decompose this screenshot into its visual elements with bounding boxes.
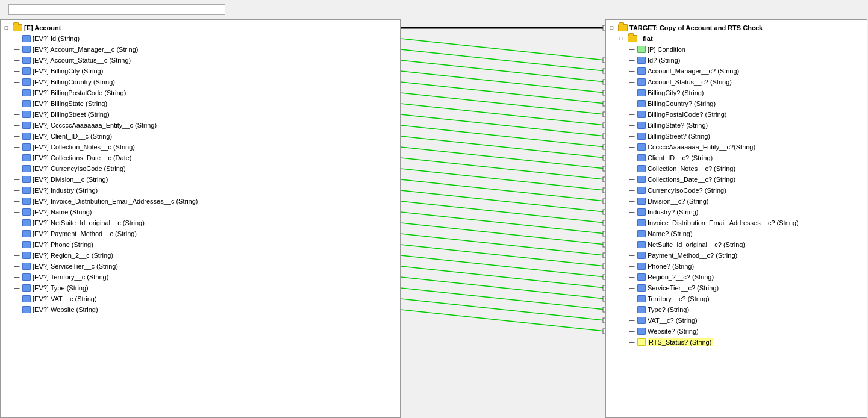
field-icon — [22, 263, 31, 270]
left-field-1[interactable]: — [EV?] Account_Manager__c (String) — [1, 44, 400, 55]
right-field-label: BillingState? (String) — [648, 122, 708, 129]
right-field-label: RTS_Status? (String) — [648, 338, 713, 346]
left-field-19[interactable]: — [EV?] Phone (String) — [1, 239, 400, 250]
left-field-25[interactable]: — [EV?] Website (String) — [1, 304, 400, 315]
field-icon — [22, 46, 31, 53]
left-field-9[interactable]: — [EV?] Client_ID__c (String) — [1, 131, 400, 142]
root-entity-node[interactable]: □- [E] Account — [1, 22, 400, 33]
target-expand-icon[interactable]: □- — [608, 23, 617, 32]
right-field-19[interactable]: — Payment_Method__c? (String) — [606, 250, 867, 261]
right-field-18[interactable]: — NetSuite_Id_original__c? (String) — [606, 239, 867, 250]
left-field-12[interactable]: — [EV?] CurrencyIsoCode (String) — [1, 163, 400, 174]
svg-rect-43 — [603, 275, 605, 279]
leaf-icon: — — [13, 186, 21, 195]
field-label: [EV?] BillingStreet (String) — [33, 111, 110, 118]
right-field-24[interactable]: — Type? (String) — [606, 304, 867, 315]
leaf-icon: — — [13, 284, 21, 292]
left-field-4[interactable]: — [EV?] BillingCountry (String) — [1, 76, 400, 87]
right-field-15[interactable]: — Industry? (String) — [606, 207, 867, 217]
right-field-11[interactable]: — Collection_Notes__c? (String) — [606, 163, 867, 174]
leaf-icon: — — [13, 56, 21, 64]
left-field-11[interactable]: — [EV?] Collections_Date__c (Date) — [1, 152, 400, 163]
right-field-label: Name? (String) — [648, 230, 693, 237]
target-field-icon — [637, 187, 646, 194]
right-field-14[interactable]: — Division__c? (String) — [606, 196, 867, 207]
right-field-0[interactable]: — [P] Condition — [606, 44, 867, 55]
field-icon — [22, 89, 31, 96]
left-field-6[interactable]: — [EV?] BillingState (String) — [1, 98, 400, 109]
right-field-7[interactable]: — BillingState? (String) — [606, 120, 867, 131]
left-field-16[interactable]: — [EV?] Name (String) — [1, 207, 400, 217]
right-field-25[interactable]: — VAT__c? (String) — [606, 315, 867, 326]
left-field-3[interactable]: — [EV?] BillingCity (String) — [1, 66, 400, 76]
leaf-icon: — — [628, 164, 636, 173]
field-icon — [22, 208, 31, 216]
right-field-3[interactable]: — Account_Status__c? (String) — [606, 76, 867, 87]
right-field-2[interactable]: — Account_Manager__c? (String) — [606, 66, 867, 76]
left-field-10[interactable]: — [EV?] Collection_Notes__c (String) — [1, 142, 400, 152]
target-root-node[interactable]: □- TARGET: Copy of Account and RTS Check — [606, 22, 867, 33]
right-field-4[interactable]: — BillingCity? (String) — [606, 87, 867, 98]
svg-line-4 — [401, 49, 605, 71]
field-label: [EV?] Division__c (String) — [33, 176, 108, 183]
left-field-18[interactable]: — [EV?] Payment_Method__c (String) — [1, 228, 400, 239]
svg-line-6 — [401, 60, 605, 82]
left-field-5[interactable]: — [EV?] BillingPostalCode (String) — [1, 87, 400, 98]
field-label: [EV?] Account_Manager__c (String) — [33, 46, 138, 53]
left-panel[interactable]: □- [E] Account — [EV?] Id (String) — [EV… — [0, 19, 401, 418]
right-field-22[interactable]: — ServiceTier__c? (String) — [606, 282, 867, 293]
flat-node[interactable]: □- _flat_ — [606, 33, 867, 44]
svg-line-14 — [401, 104, 605, 125]
right-field-5[interactable]: — BillingCountry? (String) — [606, 98, 867, 109]
leaf-icon: — — [628, 45, 636, 54]
right-field-26[interactable]: — Website? (String) — [606, 326, 867, 337]
name-input[interactable] — [8, 4, 225, 15]
svg-rect-45 — [603, 285, 605, 290]
right-field-1[interactable]: — Id? (String) — [606, 55, 867, 66]
svg-rect-51 — [603, 318, 605, 323]
field-label: [EV?] Collections_Date__c (Date) — [33, 154, 131, 161]
right-field-23[interactable]: — Territory__c? (String) — [606, 293, 867, 304]
svg-rect-41 — [603, 264, 605, 269]
right-field-6[interactable]: — BillingPostalCode? (String) — [606, 109, 867, 120]
right-field-20[interactable]: — Phone? (String) — [606, 261, 867, 272]
field-icon — [22, 67, 31, 75]
left-field-7[interactable]: — [EV?] BillingStreet (String) — [1, 109, 400, 120]
leaf-icon: — — [628, 99, 636, 108]
right-field-17[interactable]: — Name? (String) — [606, 228, 867, 239]
left-field-24[interactable]: — [EV?] VAT__c (String) — [1, 293, 400, 304]
target-field-icon — [637, 219, 646, 226]
right-panel[interactable]: □- TARGET: Copy of Account and RTS Check… — [605, 19, 867, 418]
right-field-21[interactable]: — Region_2__c? (String) — [606, 272, 867, 282]
right-field-8[interactable]: — BillingStreet? (String) — [606, 131, 867, 142]
left-field-2[interactable]: — [EV?] Account_Status__c (String) — [1, 55, 400, 66]
left-field-21[interactable]: — [EV?] ServiceTier__c (String) — [1, 261, 400, 272]
right-field-27[interactable]: — RTS_Status? (String) — [606, 337, 867, 348]
field-icon — [22, 122, 31, 129]
target-field-icon — [637, 273, 646, 281]
left-field-14[interactable]: — [EV?] Industry (String) — [1, 185, 400, 196]
left-field-15[interactable]: — [EV?] Invoice_Distribution_Email_Addre… — [1, 196, 400, 207]
left-field-0[interactable]: — [EV?] Id (String) — [1, 33, 400, 44]
left-field-20[interactable]: — [EV?] Region_2__c (String) — [1, 250, 400, 261]
left-field-22[interactable]: — [EV?] Territory__c (String) — [1, 272, 400, 282]
right-field-10[interactable]: — Client_ID__c? (String) — [606, 152, 867, 163]
svg-rect-9 — [603, 90, 605, 95]
right-field-12[interactable]: — Collections_Date__c? (String) — [606, 174, 867, 185]
leaf-icon: — — [13, 154, 21, 162]
leaf-icon: — — [13, 164, 21, 173]
flat-expand-icon[interactable]: □- — [618, 34, 626, 43]
target-field-icon — [637, 100, 646, 107]
leaf-icon: — — [628, 295, 636, 303]
right-field-9[interactable]: — CcccccAaaaaaaa_Entity__c?(String) — [606, 142, 867, 152]
left-field-13[interactable]: — [EV?] Division__c (String) — [1, 174, 400, 185]
expand-icon[interactable]: □- — [3, 23, 11, 32]
right-field-label: Type? (String) — [648, 306, 689, 313]
leaf-icon: — — [628, 251, 636, 260]
right-field-13[interactable]: — CurrencyIsoCode? (String) — [606, 185, 867, 196]
left-field-17[interactable]: — [EV?] NetSuite_Id_original__c (String) — [1, 217, 400, 228]
left-field-8[interactable]: — [EV?] CcccccAaaaaaaa_Entity__c (String… — [1, 120, 400, 131]
right-field-label: Website? (String) — [648, 328, 699, 335]
left-field-23[interactable]: — [EV?] Type (String) — [1, 282, 400, 293]
right-field-16[interactable]: — Invoice_Distribution_Email_Addresses__… — [606, 217, 867, 228]
